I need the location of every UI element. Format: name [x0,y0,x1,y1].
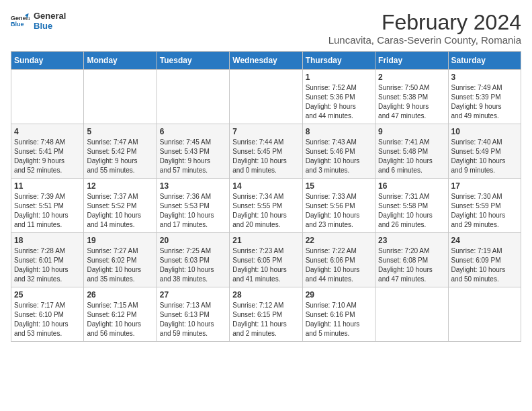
day-number: 22 [306,236,372,245]
day-info: Sunrise: 7:36 AMSunset: 5:53 PMDaylight:… [160,192,226,230]
day-info: Sunrise: 7:45 AMSunset: 5:43 PMDaylight:… [160,138,226,175]
logo: General Blue General Blue [11,11,66,31]
day-cell: 13Sunrise: 7:36 AMSunset: 5:53 PMDayligh… [157,179,229,233]
day-cell: 19Sunrise: 7:27 AMSunset: 6:02 PMDayligh… [84,233,157,287]
day-number: 11 [14,181,81,191]
header: General Blue General Blue February 2024 … [11,11,521,46]
day-cell: 5Sunrise: 7:47 AMSunset: 5:42 PMDaylight… [84,124,157,179]
day-cell: 8Sunrise: 7:43 AMSunset: 5:46 PMDaylight… [302,124,375,179]
calendar-table: SundayMondayTuesdayWednesdayThursdayFrid… [11,51,521,342]
day-info: Sunrise: 7:39 AMSunset: 5:51 PMDaylight:… [14,192,81,230]
day-number: 13 [160,181,226,191]
day-number: 3 [451,73,518,82]
day-cell: 10Sunrise: 7:40 AMSunset: 5:49 PMDayligh… [448,124,521,179]
day-number: 16 [378,181,445,191]
day-cell: 18Sunrise: 7:28 AMSunset: 6:01 PMDayligh… [11,233,84,287]
day-info: Sunrise: 7:48 AMSunset: 5:41 PMDaylight:… [14,138,81,175]
day-info: Sunrise: 7:33 AMSunset: 5:56 PMDaylight:… [306,192,372,230]
day-number: 20 [160,236,226,245]
day-cell: 24Sunrise: 7:19 AMSunset: 6:09 PMDayligh… [448,233,521,287]
day-info: Sunrise: 7:41 AMSunset: 5:48 PMDaylight:… [378,138,445,175]
day-info: Sunrise: 7:10 AMSunset: 6:16 PMDaylight:… [306,301,372,338]
day-info: Sunrise: 7:47 AMSunset: 5:42 PMDaylight:… [87,138,153,175]
day-cell: 3Sunrise: 7:49 AMSunset: 5:39 PMDaylight… [448,70,521,124]
col-header-thursday: Thursday [302,52,375,70]
week-row-4: 18Sunrise: 7:28 AMSunset: 6:01 PMDayligh… [11,233,521,287]
day-info: Sunrise: 7:25 AMSunset: 6:03 PMDaylight:… [160,246,226,284]
day-number: 28 [232,290,299,300]
col-header-tuesday: Tuesday [157,52,229,70]
day-cell: 20Sunrise: 7:25 AMSunset: 6:03 PMDayligh… [157,233,229,287]
day-cell [448,287,521,342]
logo-icon: General Blue [11,11,30,30]
day-info: Sunrise: 7:27 AMSunset: 6:02 PMDaylight:… [87,246,153,284]
day-number: 8 [306,127,372,136]
day-number: 15 [306,181,372,191]
day-info: Sunrise: 7:20 AMSunset: 6:08 PMDaylight:… [378,246,445,284]
col-header-wednesday: Wednesday [230,52,302,70]
day-cell: 4Sunrise: 7:48 AMSunset: 5:41 PMDaylight… [11,124,84,179]
day-number: 27 [160,290,226,300]
day-number: 19 [87,236,153,245]
day-info: Sunrise: 7:40 AMSunset: 5:49 PMDaylight:… [451,138,518,175]
title-area: February 2024 Luncavita, Caras-Severin C… [328,11,521,46]
day-cell: 16Sunrise: 7:31 AMSunset: 5:58 PMDayligh… [375,179,448,233]
day-cell: 7Sunrise: 7:44 AMSunset: 5:45 PMDaylight… [230,124,302,179]
day-cell: 6Sunrise: 7:45 AMSunset: 5:43 PMDaylight… [157,124,229,179]
day-cell [230,70,302,124]
day-number: 18 [14,236,81,245]
day-number: 6 [160,127,226,136]
day-cell: 28Sunrise: 7:12 AMSunset: 6:15 PMDayligh… [230,287,302,342]
day-cell [157,70,229,124]
day-info: Sunrise: 7:44 AMSunset: 5:45 PMDaylight:… [232,138,299,175]
col-header-friday: Friday [375,52,448,70]
day-cell [11,70,84,124]
day-cell: 22Sunrise: 7:22 AMSunset: 6:06 PMDayligh… [302,233,375,287]
day-number: 14 [232,181,299,191]
day-number: 17 [451,181,518,191]
day-cell [375,287,448,342]
day-number: 24 [451,236,518,245]
day-info: Sunrise: 7:19 AMSunset: 6:09 PMDaylight:… [451,246,518,284]
location-subtitle: Luncavita, Caras-Severin County, Romania [328,34,521,46]
day-number: 29 [306,290,372,300]
logo-blue: Blue [34,21,66,31]
day-cell: 12Sunrise: 7:37 AMSunset: 5:52 PMDayligh… [84,179,157,233]
week-row-3: 11Sunrise: 7:39 AMSunset: 5:51 PMDayligh… [11,179,521,233]
day-info: Sunrise: 7:31 AMSunset: 5:58 PMDaylight:… [378,192,445,230]
day-cell: 23Sunrise: 7:20 AMSunset: 6:08 PMDayligh… [375,233,448,287]
day-info: Sunrise: 7:43 AMSunset: 5:46 PMDaylight:… [306,138,372,175]
month-year-title: February 2024 [328,11,521,34]
week-row-2: 4Sunrise: 7:48 AMSunset: 5:41 PMDaylight… [11,124,521,179]
day-info: Sunrise: 7:13 AMSunset: 6:13 PMDaylight:… [160,301,226,338]
col-header-monday: Monday [84,52,157,70]
day-cell: 27Sunrise: 7:13 AMSunset: 6:13 PMDayligh… [157,287,229,342]
day-number: 9 [378,127,445,136]
day-info: Sunrise: 7:50 AMSunset: 5:38 PMDaylight:… [378,83,445,121]
day-cell: 14Sunrise: 7:34 AMSunset: 5:55 PMDayligh… [230,179,302,233]
week-row-1: 1Sunrise: 7:52 AMSunset: 5:36 PMDaylight… [11,70,521,124]
day-cell [84,70,157,124]
day-cell: 29Sunrise: 7:10 AMSunset: 6:16 PMDayligh… [302,287,375,342]
day-info: Sunrise: 7:12 AMSunset: 6:15 PMDaylight:… [232,301,299,338]
day-info: Sunrise: 7:49 AMSunset: 5:39 PMDaylight:… [451,83,518,121]
col-header-saturday: Saturday [448,52,521,70]
day-cell: 26Sunrise: 7:15 AMSunset: 6:12 PMDayligh… [84,287,157,342]
day-number: 25 [14,290,81,300]
day-info: Sunrise: 7:30 AMSunset: 5:59 PMDaylight:… [451,192,518,230]
day-info: Sunrise: 7:37 AMSunset: 5:52 PMDaylight:… [87,192,153,230]
day-number: 12 [87,181,153,191]
day-number: 4 [14,127,81,136]
day-info: Sunrise: 7:23 AMSunset: 6:05 PMDaylight:… [232,246,299,284]
day-number: 21 [232,236,299,245]
day-number: 2 [378,73,445,82]
calendar-header-row: SundayMondayTuesdayWednesdayThursdayFrid… [11,52,521,70]
day-info: Sunrise: 7:22 AMSunset: 6:06 PMDaylight:… [306,246,372,284]
day-number: 7 [232,127,299,136]
day-cell: 11Sunrise: 7:39 AMSunset: 5:51 PMDayligh… [11,179,84,233]
day-cell: 17Sunrise: 7:30 AMSunset: 5:59 PMDayligh… [448,179,521,233]
day-cell: 15Sunrise: 7:33 AMSunset: 5:56 PMDayligh… [302,179,375,233]
day-cell: 2Sunrise: 7:50 AMSunset: 5:38 PMDaylight… [375,70,448,124]
day-info: Sunrise: 7:15 AMSunset: 6:12 PMDaylight:… [87,301,153,338]
col-header-sunday: Sunday [11,52,84,70]
